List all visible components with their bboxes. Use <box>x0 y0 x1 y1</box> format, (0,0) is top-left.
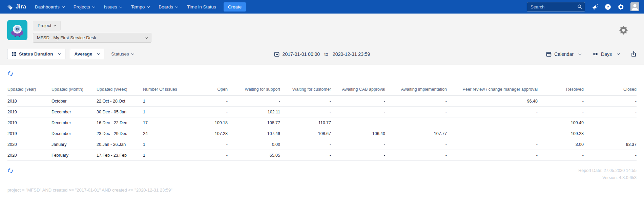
column-header: Open <box>190 83 228 96</box>
table-cell: - <box>447 128 538 139</box>
report-date: Report Date: 27.05.2020 14:55 <box>578 167 637 174</box>
table-cell: - <box>385 150 447 161</box>
table-cell: - <box>584 150 637 161</box>
table-cell: 22.Oct - 28.Oct <box>97 96 143 107</box>
table-row: 2019December30.Dec - 05.Jan1-102.11-----… <box>7 107 637 117</box>
help-icon[interactable]: ? <box>605 4 611 10</box>
report-toolbar: Status Duration Average Statuses <box>0 49 644 60</box>
table-cell: 109.28 <box>538 128 584 139</box>
table-cell: 109.18 <box>190 117 228 128</box>
table-cell: - <box>385 107 447 117</box>
table-cell: 24 <box>143 128 190 139</box>
project-scope-dropdown[interactable]: Project <box>33 21 61 30</box>
table-cell: - <box>447 139 538 150</box>
export-icon[interactable] <box>631 51 637 57</box>
search-input[interactable] <box>527 4 585 9</box>
table-cell: 1 <box>143 107 190 117</box>
table-cell: 23.Dec - 29.Dec <box>97 128 143 139</box>
chevron-down-icon <box>131 52 134 55</box>
column-header: Waiting for customer <box>280 83 331 96</box>
search-icon[interactable] <box>577 4 582 10</box>
report-footer: Report Date: 27.05.2020 14:55 Version: 4… <box>7 168 637 181</box>
table-row: 2019December23.Dec - 29.Dec24107.28107.4… <box>7 128 637 139</box>
date-range-picker[interactable]: 2017-01-01 00:00 to 2020-12-31 23:59 <box>274 49 370 59</box>
table-cell: - <box>538 150 584 161</box>
nav-item-issues[interactable]: Issues <box>104 4 122 9</box>
table-cell: - <box>447 107 538 117</box>
table-cell: - <box>331 117 385 128</box>
create-button[interactable]: Create <box>224 2 246 12</box>
table-row: 2020January20.Jan - 26.Jan1-0.00----3.00… <box>7 139 637 150</box>
statuses-dropdown[interactable]: Statuses <box>111 51 134 57</box>
nav-item-time-in-status[interactable]: Time in Status <box>187 4 216 9</box>
nav-item-tempo[interactable]: Tempo <box>131 4 150 9</box>
report-type-dropdown[interactable]: Status Duration <box>7 49 65 59</box>
report-settings-gear-icon[interactable] <box>619 26 628 36</box>
table-cell: 17 <box>143 117 190 128</box>
table-cell: - <box>385 117 447 128</box>
table-cell: - <box>331 150 385 161</box>
table-cell: - <box>228 96 280 107</box>
table-cell: 65.05 <box>228 150 280 161</box>
table-cell: December <box>51 107 97 117</box>
unit-label: Days <box>601 51 612 57</box>
table-cell: 0.00 <box>228 139 280 150</box>
jira-logo[interactable]: Jira <box>6 3 26 10</box>
status-duration-table: Updated (Year)Updated (Month)Updated (We… <box>7 83 637 161</box>
column-header: Closed <box>584 83 637 96</box>
table-row: 2018October22.Oct - 28.Oct1-----96.48-- <box>7 96 637 107</box>
table-cell: 106.40 <box>331 128 385 139</box>
column-header: Updated (Year) <box>7 83 51 96</box>
date-to: 2020-12-31 23:59 <box>333 51 370 57</box>
unit-dropdown[interactable]: Days <box>593 51 619 57</box>
table-cell: February <box>51 150 97 161</box>
navbar-icons: ? <box>592 2 639 11</box>
announcements-icon[interactable] <box>592 4 598 10</box>
calendar-mode-label: Calendar <box>554 51 574 57</box>
grid-icon <box>12 52 16 56</box>
table-row: 2020February17.Feb - 23.Feb1-65.05------ <box>7 150 637 161</box>
table-cell: 2019 <box>7 128 51 139</box>
table-cell: - <box>331 107 385 117</box>
column-header: Updated (Week) <box>97 83 143 96</box>
chevron-down-icon <box>58 52 61 55</box>
report-type-label: Status Duration <box>19 51 53 57</box>
column-header: Updated (Month) <box>51 83 97 96</box>
report-content: Updated (Year)Updated (Month)Updated (We… <box>0 65 644 193</box>
app-window: Jira DashboardsProjectsIssuesTempoBoards… <box>0 0 644 199</box>
aggregation-dropdown[interactable]: Average <box>70 49 105 59</box>
refresh-icon[interactable] <box>7 71 13 76</box>
user-avatar[interactable] <box>630 2 639 11</box>
project-select-value: MFSD - My First Service Desk <box>37 35 96 40</box>
table-cell: - <box>190 107 228 117</box>
table-cell: 108.77 <box>228 117 280 128</box>
table-cell: - <box>447 150 538 161</box>
table-cell: December <box>51 128 97 139</box>
svg-text:?: ? <box>607 4 609 9</box>
table-cell: 107.49 <box>228 128 280 139</box>
table-cell: 110.77 <box>280 117 331 128</box>
table-cell: 2018 <box>7 96 51 107</box>
column-header: Peer review / change manager approval <box>447 83 538 96</box>
project-select[interactable]: MFSD - My First Service Desk <box>33 33 151 43</box>
settings-gear-icon[interactable] <box>618 4 624 10</box>
table-cell: 30.Dec - 05.Jan <box>97 107 143 117</box>
table-cell: - <box>385 139 447 150</box>
report-meta: Report Date: 27.05.2020 14:55 Version: 4… <box>578 167 637 181</box>
calendar-mode-dropdown[interactable]: Calendar <box>546 51 581 57</box>
table-cell: 2020 <box>7 139 51 150</box>
refresh-icon[interactable] <box>7 168 13 174</box>
nav-item-dashboards[interactable]: Dashboards <box>35 4 64 9</box>
chevron-down-icon <box>147 5 150 7</box>
nav-item-boards[interactable]: Boards <box>159 4 178 9</box>
search-box[interactable] <box>527 2 585 12</box>
nav-item-projects[interactable]: Projects <box>74 4 95 9</box>
top-navbar: Jira DashboardsProjectsIssuesTempoBoards… <box>0 0 644 14</box>
table-cell: - <box>447 117 538 128</box>
aggregation-label: Average <box>75 51 92 57</box>
table-cell: 1 <box>143 139 190 150</box>
chevron-down-icon <box>62 5 65 7</box>
chevron-down-icon <box>175 5 178 7</box>
project-avatar[interactable] <box>7 20 27 40</box>
table-cell: - <box>584 128 637 139</box>
